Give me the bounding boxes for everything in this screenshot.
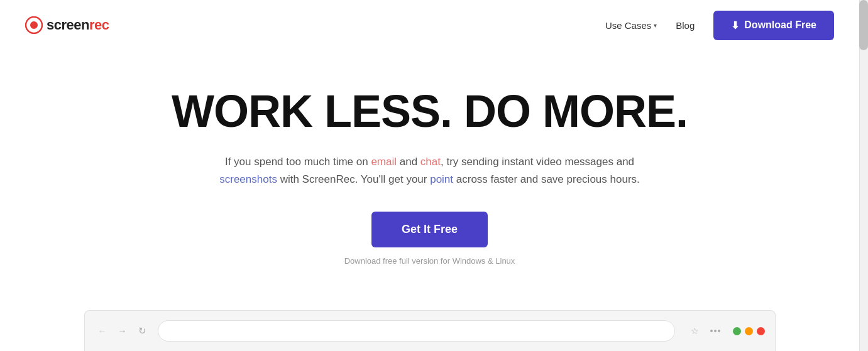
scrollbar-thumb[interactable] (859, 0, 868, 50)
get-it-free-button[interactable]: Get It Free (371, 212, 488, 247)
chevron-down-icon: ▾ (654, 22, 657, 29)
browser-traffic-lights (733, 327, 765, 335)
scrollbar[interactable] (859, 0, 868, 351)
menu-dot-1 (710, 330, 713, 332)
hero-title: WORK LESS. DO MORE. (172, 88, 688, 136)
nav-use-cases[interactable]: Use Cases ▾ (605, 20, 657, 31)
browser-refresh-button[interactable]: ↻ (135, 323, 150, 338)
nav-download-button[interactable]: ⬇ Download Free (713, 11, 834, 40)
traffic-light-yellow[interactable] (745, 327, 753, 335)
highlight-point: point (430, 173, 453, 185)
hero-section: WORK LESS. DO MORE. If you spend too muc… (0, 50, 859, 266)
logo-text: screenrec (47, 17, 109, 33)
traffic-light-red[interactable] (757, 327, 765, 335)
browser-bookmark-icon[interactable]: ☆ (688, 323, 703, 338)
nav-links: Use Cases ▾ Blog ⬇ Download Free (605, 11, 834, 40)
nav-blog[interactable]: Blog (676, 20, 695, 31)
logo[interactable]: screenrec (25, 16, 109, 34)
highlight-chat: chat (420, 156, 441, 168)
download-note: Download free full version for Windows &… (344, 256, 515, 266)
browser-nav-buttons: ← → ↻ (95, 323, 150, 338)
browser-mockup: ← → ↻ ☆ (84, 310, 776, 351)
traffic-light-green[interactable] (733, 327, 741, 335)
browser-forward-button[interactable]: → (115, 323, 130, 338)
browser-address-bar[interactable] (158, 320, 675, 342)
navbar: screenrec Use Cases ▾ Blog ⬇ Download Fr… (0, 0, 859, 50)
browser-back-button[interactable]: ← (95, 323, 110, 338)
logo-icon (25, 16, 43, 34)
menu-dot-2 (714, 330, 717, 332)
page-wrapper: screenrec Use Cases ▾ Blog ⬇ Download Fr… (0, 0, 859, 351)
browser-menu-dots[interactable] (710, 330, 720, 332)
download-icon: ⬇ (731, 19, 739, 31)
svg-point-1 (30, 21, 38, 29)
menu-dot-3 (718, 330, 720, 332)
highlight-email: email (371, 156, 397, 168)
hero-subtitle: If you spend too much time on email and … (216, 153, 644, 190)
highlight-screenshots: screenshots (219, 173, 277, 185)
